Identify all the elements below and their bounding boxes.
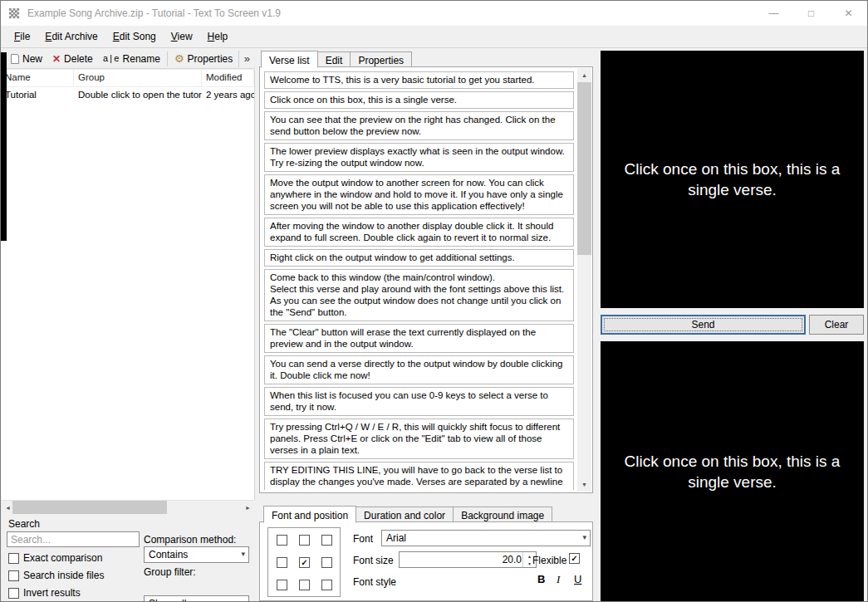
archive-row-tutorial[interactable]: Tutorial Double click to open the tutori…	[1, 87, 254, 104]
tab-edit[interactable]: Edit	[317, 51, 351, 67]
position-checkbox[interactable]	[277, 580, 287, 590]
verse-item[interactable]: The "Clear" button will erase the text c…	[264, 324, 574, 353]
font-select[interactable]: Arial ▾	[381, 530, 591, 546]
menu-item-help[interactable]: Help	[200, 27, 236, 46]
preview-text: Click once on this box, this is a single…	[608, 451, 857, 492]
delete-button[interactable]: ✕ Delete	[47, 50, 98, 68]
maximize-button[interactable]: □	[792, 1, 830, 26]
scroll-right-button[interactable]: ►	[241, 501, 255, 515]
checkbox-invert-results[interactable]: Invert results	[8, 587, 81, 599]
app-window: Example Song Archive.zip - Tutorial - Te…	[0, 0, 868, 602]
flexible-checkbox[interactable]: ✓	[569, 553, 580, 564]
verse-item[interactable]: You can see that the preview on the righ…	[264, 111, 574, 140]
combo-value: Show all	[149, 598, 186, 602]
font-size-input[interactable]	[439, 553, 522, 566]
properties-button-label: Properties	[188, 53, 233, 65]
new-button[interactable]: New	[6, 50, 47, 68]
menu-item-edit-song[interactable]: Edit Song	[105, 27, 164, 46]
spin-down-icon: ▼	[527, 561, 532, 566]
checkbox[interactable]	[8, 553, 19, 564]
scroll-down-icon: ▼	[581, 482, 587, 487]
verse-item[interactable]: Welcome to TTS, this is a very basic tut…	[264, 71, 574, 89]
font-style-label: Font style	[353, 576, 396, 588]
checkbox-label: Invert results	[23, 587, 81, 599]
position-checkbox[interactable]	[321, 580, 332, 590]
column-header-group[interactable]: Group	[74, 70, 202, 86]
verse-item[interactable]: After moving the window to another displ…	[264, 218, 574, 247]
verse-item[interactable]: You can send a verse directly to the out…	[264, 355, 574, 384]
tab-verse-list[interactable]: Verse list	[261, 51, 318, 68]
checkbox-search-inside-files[interactable]: Search inside files	[8, 570, 104, 581]
flexible-label: Flexible	[532, 555, 566, 566]
output-preview-bottom[interactable]: Click once on this box, this is a single…	[601, 341, 864, 602]
vertical-scroll-thumb[interactable]	[577, 82, 591, 255]
verse-item[interactable]: The lower preview displays exactly what …	[264, 143, 574, 172]
toolbar: New ✕ Delete a|e Rename ⚙ Properties »	[1, 49, 255, 69]
send-button[interactable]: Send	[601, 315, 806, 335]
tab-properties[interactable]: Properties	[350, 51, 412, 67]
checkbox-label: Search inside files	[23, 570, 104, 581]
verse-scrollbar[interactable]: ▲ ▼	[577, 68, 591, 492]
archive-list-header: Name Group Modified	[1, 70, 254, 87]
position-checkbox[interactable]	[321, 557, 332, 568]
combo-value: Contains	[149, 549, 188, 560]
verse-item[interactable]: Come back to this window (the main/contr…	[264, 269, 574, 321]
chevron-down-icon: ▾	[241, 599, 245, 602]
verse-item[interactable]: Try pressing Ctrl+Q / W / E / R, this wi…	[264, 418, 574, 459]
tab-font-and-position[interactable]: Font and position	[263, 506, 356, 523]
archive-list: Name Group Modified Tutorial Double clic…	[1, 70, 255, 500]
search-input[interactable]	[7, 531, 140, 547]
output-preview-top[interactable]: Click once on this box, this is a single…	[601, 51, 864, 308]
position-checkbox[interactable]	[277, 557, 287, 568]
tab-background-image[interactable]: Background image	[453, 507, 552, 522]
verse-item[interactable]: Right click on the output window to get …	[264, 249, 574, 267]
font-tab-strip: Font and position Duration and color Bac…	[263, 506, 552, 522]
verse-item[interactable]: Click once on this box, this is a single…	[264, 91, 574, 109]
properties-button[interactable]: ⚙ Properties	[169, 50, 238, 68]
combo-value: Arial	[386, 532, 406, 544]
underline-button[interactable]: U	[574, 573, 581, 585]
minimize-button[interactable]: —	[755, 1, 792, 26]
verse-item[interactable]: TRY EDITING THIS LINE, you will have to …	[264, 462, 574, 490]
column-header-modified[interactable]: Modified	[202, 70, 254, 86]
italic-button[interactable]: I	[557, 573, 560, 586]
position-checkbox[interactable]: ✓	[299, 557, 310, 568]
delete-button-label: Delete	[64, 53, 93, 65]
position-checkbox[interactable]	[277, 535, 287, 546]
group-filter-select[interactable]: Show all ▾	[144, 595, 249, 602]
scroll-up-button[interactable]: ▲	[577, 68, 591, 82]
chevron-double-right-icon: »	[244, 52, 250, 65]
new-document-icon	[11, 54, 19, 64]
comparison-method-select[interactable]: Contains ▾	[144, 546, 249, 563]
position-checkbox[interactable]	[299, 580, 310, 590]
cell-modified: 2 years ago	[202, 87, 254, 104]
scroll-down-button[interactable]: ▼	[577, 477, 591, 492]
horizontal-scrollbar[interactable]: ◄ ►	[1, 500, 255, 514]
verse-tab-strip: Verse list Edit Properties	[261, 51, 411, 67]
verse-item[interactable]: When this list is focused you can use 0-…	[264, 387, 574, 416]
column-header-name[interactable]: Name	[1, 70, 74, 86]
position-checkbox[interactable]	[299, 535, 310, 546]
clear-button[interactable]: Clear	[809, 315, 864, 335]
toolbar-overflow-button[interactable]: »	[238, 51, 255, 67]
verse-list: Welcome to TTS, this is a very basic tut…	[264, 71, 574, 490]
verse-item[interactable]: Move the output window to another screen…	[264, 174, 574, 215]
chevron-down-icon: ▾	[241, 550, 245, 558]
checkbox[interactable]	[8, 570, 19, 581]
close-button[interactable]: ✕	[830, 1, 867, 26]
checkbox[interactable]	[8, 588, 19, 599]
position-checkbox[interactable]	[321, 535, 332, 546]
properties-gear-icon: ⚙	[174, 53, 184, 64]
bold-button[interactable]: B	[537, 573, 545, 585]
rename-cursor-icon: a|e	[103, 54, 120, 64]
font-label: Font	[353, 533, 373, 545]
menu-item-edit-archive[interactable]: Edit Archive	[37, 27, 105, 46]
menu-item-file[interactable]: File	[7, 27, 37, 46]
tab-duration-and-color[interactable]: Duration and color	[356, 507, 454, 522]
delete-x-icon: ✕	[52, 53, 61, 65]
horizontal-scroll-thumb[interactable]	[12, 501, 167, 515]
rename-button[interactable]: a|e Rename	[98, 50, 165, 68]
scroll-up-icon: ▲	[581, 72, 587, 78]
checkbox-exact-comparison[interactable]: Exact comparison	[8, 552, 102, 564]
menu-item-view[interactable]: View	[164, 27, 200, 46]
